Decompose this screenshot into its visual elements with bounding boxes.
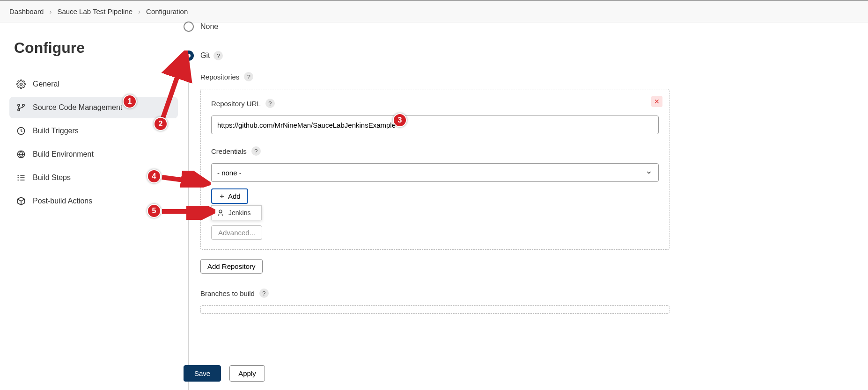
repo-url-input[interactable]	[211, 116, 659, 134]
sidebar-item-label: General	[33, 80, 59, 88]
save-button[interactable]: Save	[184, 365, 221, 382]
annotation-5: 5	[147, 204, 161, 218]
radio-none[interactable]: None	[184, 22, 859, 32]
help-icon[interactable]: ?	[244, 72, 253, 81]
sidebar-item-label: Build Environment	[33, 150, 94, 159]
package-icon	[16, 196, 26, 206]
sidebar-item-label: Build Steps	[33, 173, 71, 182]
help-icon[interactable]: ?	[213, 51, 223, 60]
annotation-3: 3	[393, 113, 407, 127]
add-label: Add	[228, 192, 241, 200]
add-repository-button[interactable]: Add Repository	[200, 259, 263, 274]
radio-icon[interactable]	[184, 22, 194, 32]
close-icon[interactable]: ✕	[651, 96, 662, 107]
dropdown-item-label: Jenkins	[228, 209, 250, 217]
help-icon[interactable]: ?	[259, 289, 269, 298]
svg-point-3	[22, 104, 24, 106]
chevron-right-icon: ›	[49, 7, 51, 15]
annotation-4: 4	[147, 169, 161, 183]
add-credentials-button[interactable]: Add	[211, 188, 248, 204]
svg-point-0	[20, 83, 22, 86]
credentials-select[interactable]	[211, 163, 659, 182]
sidebar-item-build-triggers[interactable]: Build Triggers	[9, 120, 178, 142]
sidebar-item-scm[interactable]: Source Code Management	[9, 97, 178, 118]
dropdown-item-jenkins[interactable]: Jenkins	[212, 206, 261, 220]
clock-icon	[16, 126, 26, 136]
radio-git[interactable]: Git ?	[184, 51, 859, 61]
sidebar-item-general[interactable]: General	[9, 73, 178, 95]
apply-button[interactable]: Apply	[229, 365, 265, 382]
radio-icon[interactable]	[184, 51, 194, 61]
sidebar-item-label: Build Triggers	[33, 127, 79, 135]
repositories-heading: Repositories	[200, 73, 239, 81]
radio-label: None	[200, 22, 218, 31]
sidebar-item-build-env[interactable]: Build Environment	[9, 144, 178, 165]
plus-icon	[219, 193, 225, 200]
breadcrumb-dashboard[interactable]: Dashboard	[9, 7, 44, 15]
svg-point-6	[219, 210, 222, 213]
svg-point-1	[18, 104, 20, 106]
annotation-1: 1	[123, 94, 137, 108]
annotation-2: 2	[154, 117, 168, 131]
gear-icon	[16, 79, 26, 89]
advanced-button[interactable]: Advanced...	[211, 225, 262, 240]
svg-point-2	[18, 109, 20, 111]
credentials-label: Credentials	[211, 147, 247, 155]
branch-icon	[16, 102, 26, 113]
breadcrumb-page: Configuration	[146, 7, 188, 15]
help-icon[interactable]: ?	[251, 146, 261, 156]
globe-icon	[16, 149, 26, 159]
branches-heading: Branches to build	[200, 289, 255, 297]
steps-icon	[16, 173, 26, 183]
help-icon[interactable]: ?	[265, 99, 275, 108]
breadcrumb: Dashboard › Sauce Lab Test Pipeline › Co…	[0, 0, 868, 22]
sidebar-item-label: Post-build Actions	[33, 197, 92, 205]
add-dropdown: Jenkins	[211, 205, 262, 220]
radio-label: Git	[200, 51, 210, 60]
sidebar-item-label: Source Code Management	[33, 103, 122, 112]
repo-url-label: Repository URL	[211, 100, 261, 108]
jenkins-icon	[216, 209, 225, 217]
page-title: Configure	[14, 39, 178, 57]
repository-block: ✕ Repository URL ? Credentials ?	[200, 89, 669, 250]
breadcrumb-project[interactable]: Sauce Lab Test Pipeline	[57, 7, 132, 15]
chevron-right-icon: ›	[138, 7, 140, 15]
branches-block	[200, 305, 669, 314]
